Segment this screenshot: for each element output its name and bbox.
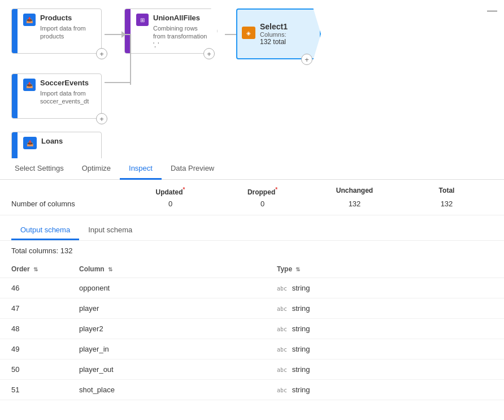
select1-node[interactable]: ◈ Select1 Columns: 132 total + (236, 8, 321, 59)
pipeline-canvas: 📥 Products Import data from products + ⊞ (0, 0, 504, 158)
cell-column: player_out (68, 360, 266, 380)
soccer-desc: Import data from soccer_events_dt (40, 89, 95, 106)
table-row: 50 player_out abc string (0, 360, 504, 380)
order-sort-icon: ⇅ (33, 266, 38, 272)
select1-icon: ◈ (242, 27, 255, 39)
table-row: 46 opponent abc string (0, 278, 504, 298)
loans-title: Loans (41, 137, 63, 145)
horiz-connector-2 (105, 82, 131, 83)
cell-order: 46 (0, 278, 68, 298)
col-header-type[interactable]: Type ⇅ (266, 261, 504, 278)
loans-node[interactable]: 📥 Loans (11, 132, 102, 158)
total-columns-label: Total columns: 132 (0, 241, 504, 261)
cell-column: player2 (68, 319, 266, 339)
updated-value: 0 (124, 200, 216, 208)
cell-order: 49 (0, 339, 68, 360)
schema-table: Order ⇅ Column ⇅ Type ⇅ 46 opponent (0, 261, 504, 400)
unchanged-header: Unchanged (309, 187, 401, 196)
union-desc: Combining rows from transformation ', ' (153, 24, 211, 49)
type-value: string (292, 304, 310, 313)
cell-column: player_in (68, 339, 266, 360)
type-sort-icon: ⇅ (296, 266, 300, 272)
total-header: Total (401, 187, 493, 196)
cell-order: 50 (0, 360, 68, 380)
col-header-order[interactable]: Order ⇅ (0, 261, 68, 278)
type-value: string (292, 345, 310, 353)
type-value: string (292, 324, 310, 333)
soccer-icon: 📥 (23, 79, 36, 91)
products-icon: 📥 (23, 14, 36, 26)
cell-type: abc string (266, 298, 504, 319)
type-badge: abc (277, 306, 287, 312)
soccerEvents-node[interactable]: 📥 SoccerEvents Import data from soccer_e… (11, 73, 102, 119)
cell-column: player (68, 298, 266, 319)
schema-tab-output[interactable]: Output schema (11, 221, 79, 240)
schema-tabs: Output schema Input schema (0, 215, 504, 241)
products-desc: Import data from products (40, 24, 95, 41)
type-value: string (292, 386, 310, 394)
soccer-plus[interactable]: + (96, 113, 107, 124)
union-title: UnionAllFiles (153, 14, 211, 22)
loans-icon: 📥 (23, 137, 37, 149)
total-value: 132 (401, 200, 493, 208)
type-value: string (292, 284, 310, 292)
minimize-button[interactable]: — (487, 5, 497, 16)
stats-values: Number of columns 0 0 132 132 (0, 196, 504, 215)
cell-type: abc string (266, 278, 504, 298)
tab-data-preview[interactable]: Data Preview (162, 158, 223, 180)
type-badge: abc (277, 387, 287, 393)
table-row: 47 player abc string (0, 298, 504, 319)
select1-total: 132 total (260, 38, 288, 46)
tab-select-settings[interactable]: Select Settings (6, 158, 73, 180)
cell-type: abc string (266, 380, 504, 400)
table-row: 49 player_in abc string (0, 339, 504, 360)
dropped-value: 0 (216, 200, 309, 208)
union-icon: ⊞ (136, 14, 149, 26)
union-plus[interactable]: + (203, 48, 215, 59)
type-value: string (292, 365, 310, 374)
type-badge: abc (277, 367, 287, 373)
type-badge: abc (277, 347, 287, 353)
products-node[interactable]: 📥 Products Import data from products + (11, 8, 102, 54)
tabs-bar: Select Settings Optimize Inspect Data Pr… (0, 158, 504, 180)
col-header-column[interactable]: Column ⇅ (68, 261, 266, 278)
union-node[interactable]: ⊞ UnionAllFiles Combining rows from tran… (124, 8, 218, 54)
table-row: 48 player2 abc string (0, 319, 504, 339)
panel-content: Updated* Dropped* Unchanged Total Number… (0, 180, 504, 420)
type-badge: abc (277, 285, 287, 292)
stats-row-label: Number of columns (11, 200, 124, 208)
tab-inspect[interactable]: Inspect (120, 158, 162, 180)
select1-sublabel: Columns: (260, 31, 288, 38)
cell-order: 48 (0, 319, 68, 339)
type-badge: abc (277, 326, 287, 332)
cell-column: opponent (68, 278, 266, 298)
products-title: Products (40, 14, 95, 22)
cell-order: 47 (0, 298, 68, 319)
column-sort-icon: ⇅ (108, 266, 112, 272)
select1-title: Select1 (260, 22, 288, 31)
stats-headers: Updated* Dropped* Unchanged Total (0, 180, 504, 196)
unchanged-value: 132 (309, 200, 401, 208)
tab-optimize[interactable]: Optimize (73, 158, 120, 180)
vert-connector (130, 34, 131, 85)
schema-tab-input[interactable]: Input schema (79, 221, 141, 240)
cell-type: abc string (266, 319, 504, 339)
bottom-panel: Select Settings Optimize Inspect Data Pr… (0, 158, 504, 420)
soccer-title: SoccerEvents (40, 79, 95, 87)
products-plus[interactable]: + (96, 48, 107, 59)
updated-header: Updated* (124, 187, 216, 196)
cell-type: abc string (266, 360, 504, 380)
select1-plus[interactable]: + (301, 54, 312, 65)
cell-column: shot_place (68, 380, 266, 400)
dropped-header: Dropped* (216, 187, 309, 196)
table-row: 51 shot_place abc string (0, 380, 504, 400)
horiz-connector-1 (105, 34, 131, 35)
cell-type: abc string (266, 339, 504, 360)
cell-order: 51 (0, 380, 68, 400)
